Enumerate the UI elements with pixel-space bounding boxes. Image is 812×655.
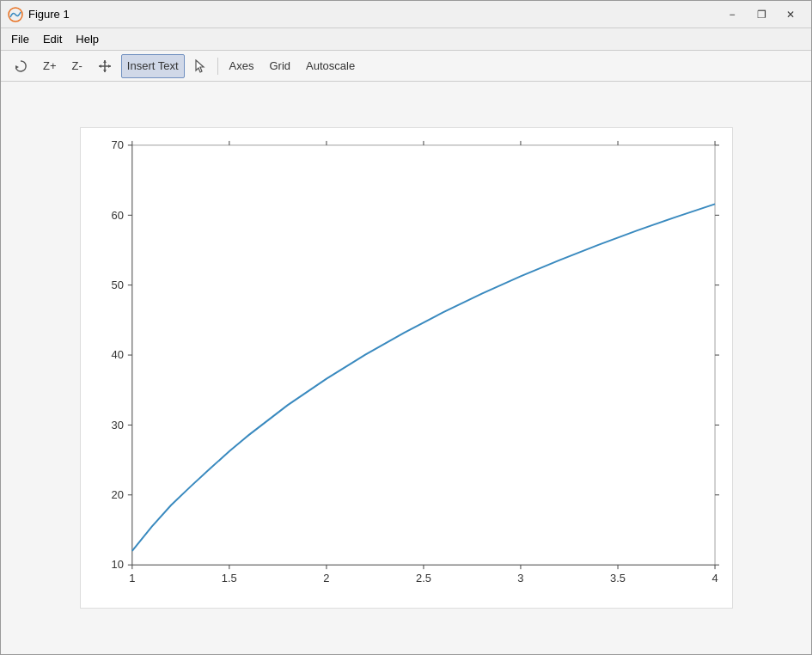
svg-text:60: 60 — [111, 209, 123, 222]
rotate-icon — [14, 59, 27, 73]
menu-file[interactable]: File — [4, 31, 36, 47]
svg-text:50: 50 — [111, 279, 123, 291]
cursor-icon — [194, 59, 206, 73]
svg-text:4: 4 — [711, 572, 717, 585]
axes-button[interactable]: Axes — [223, 54, 260, 78]
minimize-button[interactable]: − — [718, 4, 746, 25]
svg-marker-7 — [108, 64, 111, 68]
chart-svg: 70 60 50 40 30 20 — [81, 128, 732, 608]
plot-area[interactable]: 70 60 50 40 30 20 — [80, 127, 733, 609]
plot-container: 70 60 50 40 30 20 — [1, 82, 811, 654]
grid-label: Grid — [269, 59, 290, 72]
zoom-out-button[interactable]: Z- — [66, 54, 89, 78]
autoscale-button[interactable]: Autoscale — [300, 54, 361, 78]
rotate-button[interactable] — [8, 54, 34, 78]
svg-text:10: 10 — [111, 558, 123, 571]
menu-help[interactable]: Help — [69, 31, 106, 47]
main-window: Figure 1 − ❐ ✕ File Edit Help Z+ Z- — [0, 0, 812, 655]
svg-text:1.5: 1.5 — [221, 572, 236, 585]
zoom-in-label: Z+ — [43, 59, 57, 72]
insert-text-button[interactable]: Insert Text — [121, 54, 185, 78]
svg-text:2: 2 — [323, 572, 329, 585]
svg-text:1: 1 — [129, 572, 135, 585]
grid-button[interactable]: Grid — [263, 54, 296, 78]
zoom-out-label: Z- — [72, 59, 82, 72]
toolbar: Z+ Z- Insert Text — [1, 51, 811, 82]
menu-edit[interactable]: Edit — [36, 31, 69, 47]
menubar: File Edit Help — [1, 28, 811, 51]
svg-text:3.5: 3.5 — [610, 572, 626, 585]
restore-button[interactable]: ❐ — [748, 4, 775, 25]
pan-icon — [98, 59, 112, 73]
zoom-in-button[interactable]: Z+ — [37, 54, 63, 78]
svg-marker-1 — [15, 65, 19, 69]
svg-marker-4 — [103, 60, 107, 63]
insert-text-label: Insert Text — [127, 59, 179, 72]
pan-button[interactable] — [92, 54, 118, 78]
titlebar: Figure 1 − ❐ ✕ — [1, 1, 811, 28]
window-title: Figure 1 — [28, 8, 718, 21]
svg-text:30: 30 — [111, 419, 123, 432]
toolbar-separator-1 — [217, 58, 218, 75]
svg-rect-9 — [81, 128, 732, 608]
svg-text:2.5: 2.5 — [415, 572, 430, 585]
svg-marker-6 — [99, 64, 101, 68]
cursor-button[interactable] — [188, 54, 212, 78]
close-button[interactable]: ✕ — [777, 4, 804, 25]
window-controls: − ❐ ✕ — [718, 4, 804, 25]
app-icon — [8, 7, 23, 22]
svg-marker-5 — [103, 70, 107, 72]
svg-text:70: 70 — [111, 138, 123, 151]
svg-text:3: 3 — [517, 572, 523, 585]
svg-text:40: 40 — [111, 348, 123, 361]
svg-text:20: 20 — [111, 488, 123, 501]
autoscale-label: Autoscale — [306, 59, 355, 72]
axes-label: Axes — [229, 59, 254, 72]
svg-marker-8 — [196, 60, 204, 72]
